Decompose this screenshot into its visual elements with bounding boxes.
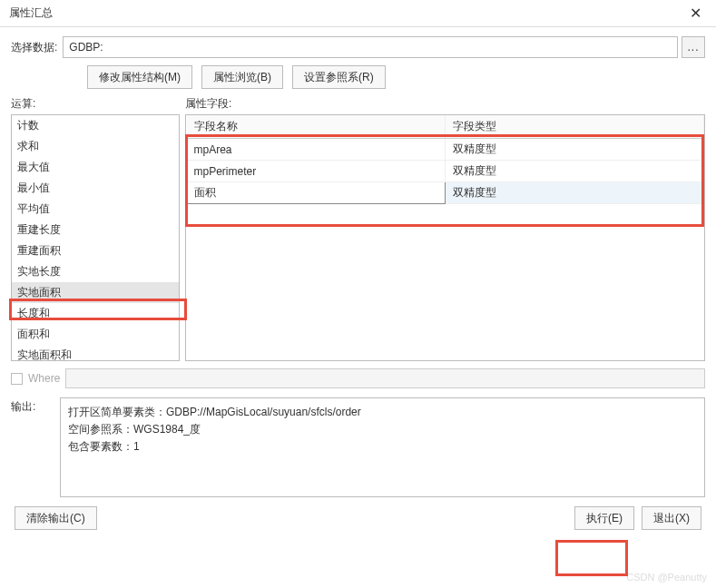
operation-item[interactable]: 计数	[12, 115, 179, 136]
field-type-cell: 双精度型	[446, 182, 704, 204]
col-field-type[interactable]: 字段类型	[446, 115, 704, 139]
operation-item[interactable]: 实地面积	[12, 282, 179, 303]
operation-list[interactable]: 计数求和最大值最小值平均值重建长度重建面积实地长度实地面积长度和面积和实地面积和	[11, 114, 180, 361]
where-checkbox[interactable]	[11, 373, 23, 385]
operation-item[interactable]: 最大值	[12, 157, 179, 178]
where-input	[65, 368, 705, 388]
operation-label: 运算:	[11, 96, 180, 112]
operation-item[interactable]: 求和	[12, 136, 179, 157]
operation-item[interactable]: 平均值	[12, 199, 179, 220]
clear-output-button[interactable]: 清除输出(C)	[15, 506, 97, 530]
operation-item[interactable]: 实地面积和	[12, 345, 179, 361]
field-type-cell: 双精度型	[446, 161, 704, 182]
fields-label: 属性字段:	[185, 96, 705, 112]
annotation-execute	[555, 540, 628, 576]
field-name-cell: mpPerimeter	[187, 161, 446, 182]
data-path-value: GDBP:	[69, 41, 103, 54]
operation-item[interactable]: 最小值	[12, 178, 179, 199]
modify-structure-button[interactable]: 修改属性结构(M)	[87, 65, 192, 89]
operation-item[interactable]: 面积和	[12, 324, 179, 345]
browse-data-button[interactable]: ...	[682, 36, 705, 58]
window-title: 属性汇总	[9, 5, 53, 21]
set-reference-button[interactable]: 设置参照系(R)	[292, 65, 386, 89]
exit-button[interactable]: 退出(X)	[642, 506, 701, 530]
browse-attr-button[interactable]: 属性浏览(B)	[201, 65, 283, 89]
operation-item[interactable]: 重建长度	[12, 220, 179, 240]
table-row[interactable]: mpPerimeter双精度型	[187, 161, 704, 182]
field-table[interactable]: 字段名称 字段类型 mpArea双精度型mpPerimeter双精度型面积双精度…	[185, 114, 705, 361]
table-row[interactable]: 面积双精度型	[187, 182, 704, 204]
output-label: 输出:	[11, 397, 54, 497]
execute-button[interactable]: 执行(E)	[574, 506, 634, 530]
select-data-label: 选择数据:	[11, 40, 57, 55]
col-field-name[interactable]: 字段名称	[187, 115, 446, 139]
operation-item[interactable]: 实地长度	[12, 261, 179, 282]
field-name-cell: 面积	[187, 182, 446, 204]
field-name-cell: mpArea	[187, 139, 446, 161]
operation-item[interactable]: 长度和	[12, 303, 179, 324]
where-label: Where	[28, 372, 60, 385]
output-textarea[interactable]: 打开区简单要素类：GDBP://MapGisLocal/suyuan/sfcls…	[60, 397, 705, 497]
watermark: CSDN @Peanutty	[626, 572, 707, 583]
close-icon[interactable]: ✕	[682, 5, 709, 22]
data-path-input[interactable]: GDBP:	[63, 36, 678, 58]
table-row[interactable]: mpArea双精度型	[187, 139, 704, 161]
field-type-cell: 双精度型	[446, 139, 704, 161]
operation-item[interactable]: 重建面积	[12, 240, 179, 261]
